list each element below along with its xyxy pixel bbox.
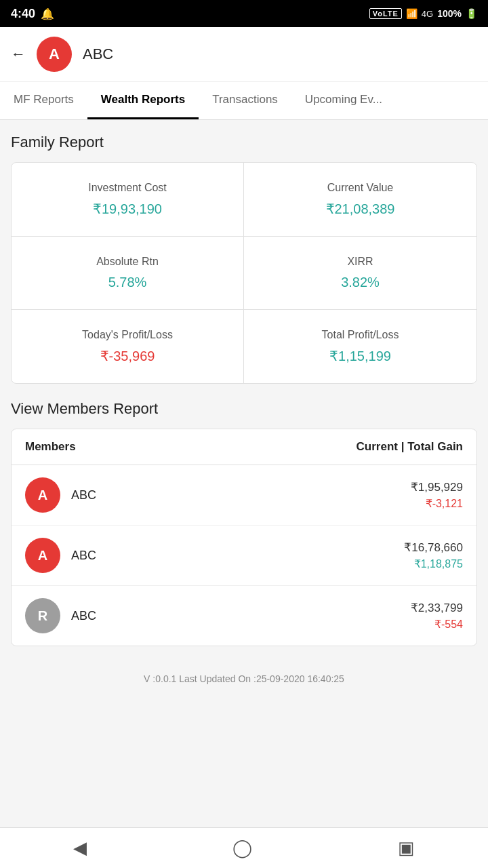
current-gain-col-header: Current | Total Gain — [357, 440, 463, 454]
member-row[interactable]: A ABC ₹1,95,929 ₹-3,121 — [12, 465, 476, 526]
member-row[interactable]: A ABC ₹16,78,660 ₹1,18,875 — [12, 526, 476, 586]
tab-transactions[interactable]: Transactions — [199, 82, 291, 119]
total-pl-label: Total Profit/Loss — [258, 329, 463, 341]
member-name-2: ABC — [71, 549, 96, 563]
member-avatar-1: A — [25, 477, 60, 513]
total-pl-cell: Total Profit/Loss ₹1,15,199 — [244, 310, 476, 383]
members-report-title: View Members Report — [11, 400, 477, 418]
xirr-label: XIRR — [258, 256, 463, 268]
member-current-3: ₹2,33,799 — [411, 601, 463, 615]
xirr-cell: XIRR 3.82% — [244, 237, 476, 310]
signal-icon: 📶 — [406, 8, 418, 19]
app-header: ← A ABC — [0, 27, 488, 82]
member-current-2: ₹16,78,660 — [404, 540, 463, 555]
member-values-1: ₹1,95,929 ₹-3,121 — [411, 480, 463, 510]
time-display: 4:40 — [11, 7, 35, 21]
avatar: A — [37, 37, 72, 72]
tab-mf-reports[interactable]: MF Reports — [0, 82, 87, 119]
member-current-1: ₹1,95,929 — [411, 480, 463, 494]
member-gain-1: ₹-3,121 — [411, 497, 463, 510]
member-gain-2: ₹1,18,875 — [404, 557, 463, 570]
battery-display: 100% — [437, 8, 462, 19]
member-left-section: A ABC — [25, 477, 96, 513]
status-bar: 4:40 🔔 VoLTE 📶 4G 100% 🔋 — [0, 0, 488, 27]
member-values-2: ₹16,78,660 ₹1,18,875 — [404, 540, 463, 570]
status-time: 4:40 🔔 — [11, 7, 54, 21]
xirr-value: 3.82% — [258, 275, 463, 290]
tab-upcoming[interactable]: Upcoming Ev... — [291, 82, 396, 119]
absolute-rtn-cell: Absolute Rtn 5.78% — [12, 237, 244, 310]
member-left-section: A ABC — [25, 538, 96, 573]
investment-cost-value: ₹19,93,190 — [25, 201, 230, 217]
todays-pl-label: Today's Profit/Loss — [25, 329, 230, 341]
member-avatar-2: A — [25, 538, 60, 573]
bottom-navigation: ◀ ◯ ▣ — [0, 827, 488, 868]
report-grid: Investment Cost ₹19,93,190 Current Value… — [12, 163, 476, 383]
member-avatar-3: R — [25, 598, 60, 633]
tab-navigation: MF Reports Wealth Reports Transactions U… — [0, 82, 488, 120]
back-button[interactable]: ← — [11, 45, 26, 63]
member-values-3: ₹2,33,799 ₹-554 — [411, 601, 463, 631]
investment-cost-label: Investment Cost — [25, 182, 230, 194]
investment-cost-cell: Investment Cost ₹19,93,190 — [12, 163, 244, 237]
notification-icon: 🔔 — [41, 7, 54, 20]
absolute-rtn-value: 5.78% — [25, 275, 230, 290]
member-name-1: ABC — [71, 488, 96, 502]
back-nav-icon[interactable]: ◀ — [73, 837, 87, 859]
member-gain-3: ₹-554 — [411, 618, 463, 631]
battery-icon: 🔋 — [466, 8, 477, 19]
status-icons: VoLTE 📶 4G 100% 🔋 — [369, 8, 477, 19]
home-nav-icon[interactable]: ◯ — [232, 837, 252, 859]
family-report-title: Family Report — [11, 134, 477, 151]
todays-pl-value: ₹-35,969 — [25, 348, 230, 364]
members-report-card: Members Current | Total Gain A ABC ₹1,95… — [11, 429, 477, 646]
version-footer: V :0.0.1 Last Updated On :25-09-2020 16:… — [11, 663, 477, 695]
current-value-value: ₹21,08,389 — [258, 201, 463, 217]
volte-badge: VoLTE — [369, 8, 402, 19]
signal-4g-icon: 4G — [422, 9, 433, 19]
recents-nav-icon[interactable]: ▣ — [398, 837, 415, 859]
current-value-label: Current Value — [258, 182, 463, 194]
members-col-header: Members — [25, 440, 76, 454]
absolute-rtn-label: Absolute Rtn — [25, 256, 230, 268]
members-table-header: Members Current | Total Gain — [12, 429, 476, 465]
user-name: ABC — [83, 45, 113, 63]
todays-pl-cell: Today's Profit/Loss ₹-35,969 — [12, 310, 244, 383]
member-name-3: ABC — [71, 609, 96, 623]
member-left-section: R ABC — [25, 598, 96, 633]
main-content: Family Report Investment Cost ₹19,93,190… — [0, 120, 488, 756]
member-row[interactable]: R ABC ₹2,33,799 ₹-554 — [12, 586, 476, 646]
total-pl-value: ₹1,15,199 — [258, 348, 463, 364]
current-value-cell: Current Value ₹21,08,389 — [244, 163, 476, 237]
tab-wealth-reports[interactable]: Wealth Reports — [87, 82, 199, 119]
family-report-card: Investment Cost ₹19,93,190 Current Value… — [11, 162, 477, 384]
